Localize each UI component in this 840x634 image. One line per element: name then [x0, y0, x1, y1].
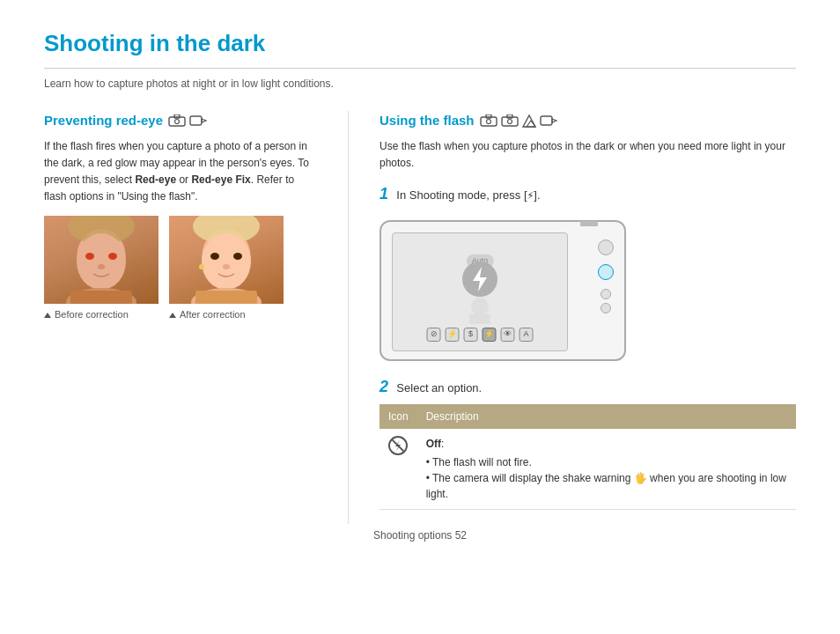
desc-item-2: The camera will display the shake warnin…	[426, 470, 787, 502]
camera-screen: Auto ⊘ ⚡ $ ⚡ 👁 A	[392, 232, 568, 351]
svg-point-25	[507, 120, 512, 124]
icon-4: ⚡	[483, 328, 497, 342]
flash-symbol	[462, 262, 497, 297]
svg-point-31	[471, 298, 489, 315]
options-table: Icon Description	[379, 404, 796, 510]
video-icon-1	[189, 114, 207, 127]
photo-after-caption: After correction	[169, 307, 284, 322]
svg-point-7	[85, 253, 94, 260]
svg-point-13	[202, 233, 251, 290]
left-column: Preventing red-eye If the fl	[44, 111, 317, 524]
svg-marker-30	[473, 267, 487, 291]
icon-2: ⚡	[446, 328, 460, 342]
step2-number: 2	[379, 378, 388, 395]
page-footer: Shooting options 52	[0, 527, 840, 543]
desc-list: The flash will not fire. The camera will…	[426, 454, 787, 502]
icon-5: 👁	[501, 328, 515, 342]
camera-icon-2	[480, 114, 497, 127]
photo-before: Before correction	[44, 216, 158, 322]
right-section-intro: Use the flash when you capture photos in…	[379, 138, 796, 172]
right-section-title: Using the flash	[379, 111, 796, 131]
page-container: Shooting in the dark Learn how to captur…	[0, 0, 840, 559]
photo-before-caption: Before correction	[44, 307, 158, 322]
desc-cell: Off: The flash will not fire. The camera…	[417, 429, 796, 510]
svg-point-2	[175, 120, 180, 124]
step1-text: In Shooting mode, press [⚡].	[396, 188, 540, 202]
svg-rect-28	[541, 116, 552, 125]
camera-top-detail	[580, 221, 598, 226]
step1-number: 1	[379, 185, 388, 203]
lightning-bolt	[468, 265, 492, 293]
svg-point-9	[98, 264, 105, 269]
step-1: 1 In Shooting mode, press [⚡].	[379, 182, 796, 206]
camera-btn-bot2	[601, 303, 611, 313]
left-section-title: Preventing red-eye	[44, 111, 317, 131]
right-buttons	[598, 240, 614, 313]
bottom-icons-row: ⊘ ⚡ $ ⚡ 👁 A	[427, 328, 534, 342]
page-title: Shooting in the dark	[44, 26, 796, 69]
left-section-icons	[168, 114, 207, 127]
desc-bold: Off	[426, 438, 441, 450]
flash-off-icon	[388, 436, 408, 455]
left-section-body: If the flash fires when you capture a ph…	[44, 138, 317, 206]
svg-point-16	[223, 264, 230, 269]
images-row: Before correction	[44, 216, 317, 322]
col-desc-header: Description	[417, 404, 796, 429]
svg-point-15	[233, 253, 242, 260]
camera-icon-3	[501, 114, 519, 127]
camera-icon-1	[168, 114, 186, 127]
svg-rect-11	[70, 291, 132, 304]
svg-rect-24	[507, 114, 512, 118]
svg-rect-32	[469, 313, 490, 324]
svg-point-6	[77, 233, 126, 290]
triangle-icon-before	[44, 313, 51, 318]
desc-item-1: The flash will not fire.	[426, 454, 787, 470]
right-section-icons	[480, 114, 557, 128]
svg-marker-4	[202, 119, 206, 122]
right-column: Using the flash	[379, 111, 796, 524]
svg-point-19	[199, 264, 204, 269]
icon-3: $	[464, 328, 478, 342]
camera-btn-top	[598, 240, 614, 255]
camera-btn-flash	[598, 264, 614, 280]
top-btn-group	[598, 240, 614, 255]
icon-1: ⊘	[427, 328, 441, 342]
mid-btn-group	[598, 264, 614, 280]
camera-diagram: Auto ⊘ ⚡ $ ⚡ 👁 A	[379, 220, 626, 361]
ghost-silhouette	[462, 298, 497, 324]
svg-marker-29	[552, 119, 556, 122]
camera-btn-bot1	[601, 289, 611, 299]
page-subtitle: Learn how to capture photos at night or …	[44, 76, 796, 92]
step2-text: Select an option.	[396, 381, 482, 394]
desc-text: Off: The flash will not fire. The camera…	[426, 436, 787, 502]
svg-rect-18	[195, 291, 257, 304]
left-title-text: Preventing red-eye	[44, 111, 163, 131]
photo-after-image	[169, 216, 284, 304]
photo-before-image	[44, 216, 158, 304]
svg-point-8	[108, 253, 117, 260]
photo-before-overlay	[44, 216, 158, 304]
video-icon-2	[540, 114, 557, 127]
photo-after: After correction	[169, 216, 284, 322]
lightning-off-bolt	[394, 439, 402, 452]
svg-marker-33	[395, 440, 401, 451]
mountain-icon	[522, 114, 536, 128]
triangle-icon-after	[169, 313, 176, 318]
step-2: 2 Select an option. Icon Description	[379, 375, 796, 510]
photo-after-overlay	[169, 216, 284, 304]
step2-header: 2 Select an option.	[379, 375, 796, 399]
content-columns: Preventing red-eye If the fl	[44, 111, 796, 524]
svg-rect-21	[486, 114, 491, 118]
table-header-row: Icon Description	[379, 404, 796, 429]
bot-btn-group	[601, 289, 611, 313]
col-icon-header: Icon	[379, 404, 417, 429]
column-divider	[348, 111, 349, 524]
table-row: Off: The flash will not fire. The camera…	[379, 429, 796, 510]
svg-rect-1	[174, 114, 180, 118]
svg-point-14	[210, 253, 219, 260]
svg-point-22	[486, 120, 490, 124]
icon-6: A	[519, 328, 534, 342]
svg-rect-3	[190, 116, 202, 125]
icon-cell	[379, 429, 417, 510]
right-title-text: Using the flash	[379, 111, 475, 131]
